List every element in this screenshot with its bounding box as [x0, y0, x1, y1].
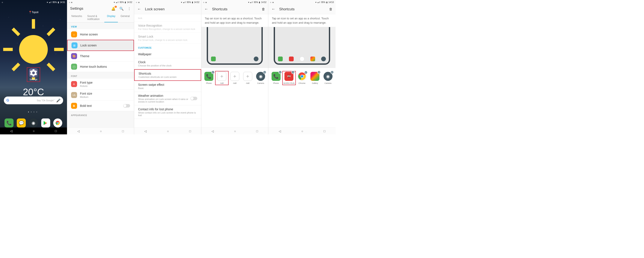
item-home-screen[interactable]: ⌂ Home screen — [67, 29, 134, 40]
lock-screen-header: ← Lock screen — [134, 4, 201, 14]
svg-rect-14 — [287, 74, 291, 75]
wifi-signal-icons: ▾ ▴ıl — [248, 1, 253, 4]
settings-panel: ⟐ ▣ ▾ ▴ıl 95% ▮ 14:52 Settings 🔔2 🔍 ⋮ Ne… — [67, 0, 134, 134]
tab-display[interactable]: Display — [104, 13, 118, 22]
weather-toggle[interactable] — [190, 97, 197, 100]
svg-line-8 — [13, 64, 19, 70]
search-button[interactable]: 🔍 — [119, 7, 124, 11]
slot-phone[interactable]: 📞⚙ Phone — [203, 72, 215, 84]
back-button[interactable]: ◁ — [144, 130, 146, 133]
gallery-icon: ⚙ — [310, 72, 320, 81]
play-store-icon[interactable] — [41, 118, 50, 127]
recents-button[interactable]: □ — [324, 130, 325, 133]
camera-icon: ◉⚙ — [324, 72, 332, 81]
item-bold-text[interactable]: B Bold text — [67, 101, 134, 111]
shortcuts-header: ← Shortcuts 🗑 — [268, 4, 336, 14]
status-icons-left: ⟐ ▣ — [136, 1, 140, 4]
item-font-type[interactable]: A Font typeRoboto — [67, 79, 134, 90]
home-button[interactable]: ○ — [234, 130, 236, 133]
delete-button[interactable]: 🗑 — [329, 7, 332, 11]
slot-mario-run[interactable]: ⚙ MARIO RUN — [283, 72, 295, 84]
preview-camera-icon — [321, 57, 326, 61]
back-button[interactable]: ◁ — [77, 130, 80, 133]
tab-networks[interactable]: Networks — [69, 13, 85, 22]
item-swipe-effect[interactable]: Screen swipe effect Basic — [134, 81, 201, 92]
home-button[interactable]: ○ — [100, 130, 102, 133]
status-icons-left: ⟐ ▣ — [69, 1, 73, 4]
settings-app-icon[interactable]: Settings — [27, 67, 40, 82]
item-contact-info[interactable]: Contact info for lost phone Show contact… — [134, 105, 201, 119]
notifications-button[interactable]: 🔔2 — [111, 7, 116, 11]
clock-time: 14:53 — [328, 1, 334, 4]
item-voice-recognition: Voice Recognition For Voice Recognition,… — [134, 22, 201, 33]
gear-icon: ⚙ — [211, 71, 215, 74]
slot-add-3[interactable]: + Add — [242, 72, 254, 84]
app-dock: 📞 💬 ◉ — [0, 118, 67, 127]
notification-badge: 2 — [115, 6, 117, 8]
item-weather-animation[interactable]: Weather animation Show animation on Lock… — [134, 92, 201, 105]
battery-icon: ▮ — [58, 1, 59, 4]
battery-level: 95% — [52, 1, 57, 4]
recents-button[interactable]: □ — [256, 130, 258, 133]
messages-app-icon[interactable]: 💬 — [17, 118, 26, 127]
svg-point-16 — [289, 75, 290, 76]
back-button[interactable]: ◁ — [212, 130, 214, 133]
wifi-signal-icons: ▾ ▴ıl — [315, 1, 320, 4]
lock-screen-preview — [268, 27, 336, 68]
status-bar: ⟐ ▾ ▴ıl 95% ▮ 14:51 — [0, 0, 67, 4]
home-button[interactable]: ○ — [302, 130, 303, 133]
recents-button[interactable]: □ — [189, 130, 191, 133]
item-shortcuts[interactable]: Shortcuts Customize shortcuts on Lock sc… — [134, 69, 201, 81]
mic-icon[interactable]: 🎤 — [56, 98, 60, 102]
slot-gallery[interactable]: ⚙ Gallery — [309, 72, 321, 84]
item-clock[interactable]: Clock Choose the position of the clock — [134, 58, 201, 69]
page-indicator[interactable]: ●●●● — [0, 111, 67, 113]
back-button[interactable]: ◁ — [279, 130, 281, 133]
shortcuts-panel-initial: ⟐ ▣ ▾ ▴ıl 95% ▮ 14:52 ← Shortcuts 🗑 Tap … — [201, 0, 268, 134]
camera-app-icon[interactable]: ◉ — [29, 118, 38, 127]
item-font-size[interactable]: AA Font sizeMedium — [67, 90, 134, 101]
mario-icon: ⚙ — [284, 72, 294, 81]
cast-icon: ⟐ — [2, 1, 3, 4]
back-arrow-button[interactable]: ← — [137, 7, 141, 11]
shortcut-slots: 📞⚙ Phone + Add + Add + Add ◉⚙ Camera — [201, 68, 268, 88]
svg-point-19 — [300, 75, 303, 78]
page-title: Shortcuts — [279, 7, 325, 11]
font-type-icon: A — [71, 81, 77, 87]
item-theme[interactable]: 🎨 Theme — [67, 51, 134, 61]
section-appearance: APPEARANCE — [67, 111, 134, 118]
delete-button[interactable]: 🗑 — [262, 7, 265, 11]
tab-general[interactable]: General — [118, 13, 132, 22]
bold-icon: B — [71, 103, 77, 109]
google-search-bar[interactable]: G Say "Ok Google" 🎤 — [4, 96, 63, 104]
chrome-icon: ⚙ — [298, 72, 306, 81]
status-bar: ⟐ ▣ ▾ ▴ıl 95% ▮ 14:53 — [268, 0, 336, 4]
slot-add-1[interactable]: + Add — [216, 72, 228, 84]
temperature-value[interactable]: 20°C — [0, 87, 67, 97]
gear-icon: ⚙ — [330, 71, 334, 74]
shortcuts-panel-filled: ⟐ ▣ ▾ ▴ıl 95% ▮ 14:53 ← Shortcuts 🗑 Tap … — [268, 0, 336, 134]
recents-button[interactable]: □ — [122, 130, 124, 133]
home-button[interactable]: ○ — [167, 130, 169, 133]
item-lock-screen[interactable]: ⊞ Lock screen — [67, 40, 134, 51]
item-wallpaper[interactable]: Wallpaper — [134, 50, 201, 58]
tab-sound[interactable]: Sound & notification — [85, 13, 104, 22]
plus-icon: + — [230, 72, 239, 81]
item-home-touch[interactable]: ▢ Home touch buttons — [67, 61, 134, 72]
phone-app-icon[interactable]: 📞 — [4, 118, 14, 127]
preview-phone-icon — [278, 57, 283, 61]
overflow-menu-button[interactable]: ⋮ — [128, 7, 131, 11]
slot-camera[interactable]: ◉⚙ Camera — [322, 72, 334, 84]
gear-icon: ⚙ — [291, 71, 295, 74]
slot-camera[interactable]: ◉⚙ Camera — [255, 72, 266, 84]
back-arrow-button[interactable]: ← — [271, 7, 275, 11]
back-arrow-button[interactable]: ← — [204, 7, 208, 11]
slot-phone[interactable]: 📞⚙ Phone — [270, 72, 282, 84]
preview-chrome-icon — [300, 57, 304, 61]
bold-toggle[interactable] — [123, 104, 130, 107]
slot-add-2[interactable]: + Add — [229, 72, 241, 84]
svg-line-6 — [48, 64, 54, 70]
slot-chrome[interactable]: ⚙ Chrome — [296, 72, 308, 84]
weather-location[interactable]: 📍Topoli — [0, 11, 67, 14]
chrome-app-icon[interactable] — [53, 118, 62, 127]
